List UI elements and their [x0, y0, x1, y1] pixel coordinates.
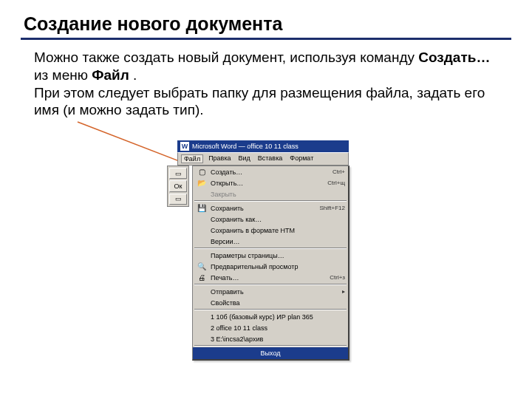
- para-seg1: Можно также создать новый документ, испо…: [34, 50, 418, 65]
- menu-item[interactable]: Отправить▸: [193, 286, 348, 297]
- menu-separator: [194, 200, 347, 202]
- menu-item-label: Печать…: [211, 274, 327, 282]
- menu-item-label: Свойства: [211, 299, 345, 307]
- blank-icon: [196, 189, 208, 199]
- para-seg2: из меню: [34, 67, 92, 83]
- menu-item-hotkey: Ctrl+з: [327, 274, 345, 281]
- blank-icon: [196, 214, 208, 224]
- page-title: Создание нового документа: [24, 13, 511, 35]
- menu-item-label: Сохранить как…: [211, 216, 345, 223]
- menu-item[interactable]: 📂Открыть…Ctrl+щ: [193, 177, 348, 188]
- menu-separator: [194, 309, 347, 310]
- body-paragraph: Можно также создать новый документ, испо…: [34, 49, 498, 119]
- menu-separator: [194, 345, 347, 347]
- file-menu-dropdown: ▢Создать…Ctrl+📂Открыть…Ctrl+щЗакрыть💾Сох…: [192, 166, 349, 361]
- menu-item[interactable]: Свойства: [193, 297, 348, 308]
- menu-item-label: Создать…: [211, 168, 330, 176]
- menu-item[interactable]: 3 E:\incsa2\архив: [193, 333, 348, 344]
- menu-item[interactable]: Сохранить как…: [193, 214, 348, 225]
- menu-item[interactable]: ▢Создать…Ctrl+: [193, 166, 348, 177]
- blank-icon: [196, 225, 208, 235]
- save-icon: 💾: [196, 203, 208, 213]
- menu-item[interactable]: 🖨Печать…Ctrl+з: [193, 272, 348, 283]
- blank-icon: [196, 287, 208, 296]
- blank-icon: [196, 298, 208, 307]
- menu-edit[interactable]: Правка: [206, 154, 233, 163]
- menu-item-label: Параметры страницы…: [211, 252, 345, 259]
- menu-format[interactable]: Формат: [287, 154, 316, 163]
- menu-item-hotkey: Ctrl+: [330, 168, 345, 175]
- titlebar: W Microsoft Word — office 10 11 class: [177, 140, 349, 152]
- tool-button[interactable]: Ок: [169, 180, 187, 191]
- menu-item-label: Сохранить: [211, 205, 317, 212]
- para-strong-create: Создать…: [418, 50, 490, 65]
- menu-item[interactable]: 💾СохранитьShift+F12: [193, 202, 348, 214]
- blank-icon: [196, 250, 208, 260]
- menu-file[interactable]: Файл: [181, 154, 203, 163]
- menu-item-hotkey: Ctrl+щ: [324, 180, 345, 186]
- menu-view[interactable]: Вид: [236, 154, 253, 163]
- menu-item-label: Открыть…: [211, 180, 324, 187]
- menu-item[interactable]: Параметры страницы…: [193, 250, 348, 261]
- word-icon: W: [180, 142, 189, 151]
- menu-item-label: Закрыть: [211, 191, 345, 198]
- menu-item-label: Версии…: [211, 238, 345, 245]
- menu-item-exit[interactable]: Выход: [193, 347, 348, 359]
- blank-icon: [196, 323, 208, 332]
- word-screenshot: W Microsoft Word — office 10 11 class Фа…: [177, 140, 349, 361]
- para-strong-file: Файл: [92, 67, 129, 83]
- menu-item[interactable]: Версии…: [193, 236, 348, 247]
- menu-item[interactable]: 🔍Предварительный просмотр: [193, 261, 348, 272]
- menu-item-label: Предварительный просмотр: [211, 263, 345, 270]
- menu-separator: [194, 248, 347, 249]
- print-icon: 🖨: [196, 273, 208, 282]
- menu-item-label: Отправить: [211, 288, 339, 296]
- new-icon: ▢: [196, 167, 208, 177]
- menu-insert[interactable]: Вставка: [256, 154, 284, 163]
- blank-icon: [196, 312, 208, 321]
- title-underline: [21, 38, 511, 40]
- blank-icon: [196, 236, 208, 246]
- menu-item[interactable]: 1 10б (базовый курс) ИР plan 365: [193, 311, 348, 322]
- menu-item-label: 3 E:\incsa2\архив: [211, 335, 345, 343]
- menu-item[interactable]: Закрыть: [193, 188, 348, 200]
- toolbar-fragment: ▭ Ок ▭: [167, 166, 189, 207]
- menu-item-label: 2 office 10 11 class: [211, 324, 345, 332]
- para-line2: При этом следует выбрать папку для разме…: [34, 85, 485, 118]
- tool-button[interactable]: ▭: [169, 168, 187, 179]
- window-title: Microsoft Word — office 10 11 class: [192, 143, 299, 150]
- menu-item-hotkey: Shift+F12: [317, 205, 345, 211]
- tool-button[interactable]: ▭: [169, 194, 187, 205]
- open-icon: 📂: [196, 178, 208, 188]
- menubar: Файл Правка Вид Вставка Формат: [177, 152, 349, 166]
- menu-separator: [194, 284, 347, 285]
- para-seg3: .: [133, 67, 137, 83]
- preview-icon: 🔍: [196, 262, 208, 271]
- menu-item-label: 1 10б (базовый курс) ИР plan 365: [211, 313, 345, 321]
- menu-item-label: Сохранить в формате HTM: [211, 227, 345, 234]
- menu-item[interactable]: 2 office 10 11 class: [193, 322, 348, 333]
- menu-item[interactable]: Сохранить в формате HTM: [193, 225, 348, 236]
- blank-icon: [196, 334, 208, 344]
- svg-line-0: [78, 122, 191, 166]
- menu-item-hotkey: ▸: [339, 288, 345, 295]
